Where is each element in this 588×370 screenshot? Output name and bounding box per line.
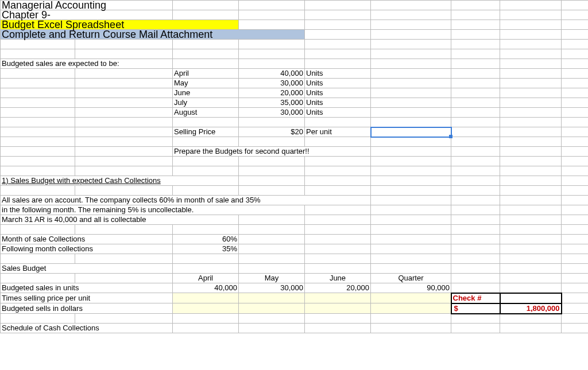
following-month-label: Following month collections [1,244,173,254]
check-currency: $ [451,303,500,314]
august-value: 30,000 [239,108,305,118]
spreadsheet-grid[interactable]: Managerial Accounting Chapter 9- Budget … [0,0,588,333]
section1-heading: 1) Sales Budget with expected Cash Colle… [1,176,239,186]
col-quarter: Quarter [371,274,451,283]
times-may-input[interactable] [239,293,305,303]
month-july: July [173,98,239,108]
july-value: 35,000 [239,98,305,108]
may-unit: Units [305,79,371,88]
dollars-may-input[interactable] [239,303,305,314]
selling-price-label: Selling Price [173,127,239,137]
june-value: 20,000 [239,88,305,98]
dollars-june-input[interactable] [305,303,371,314]
dollars-quarter-input[interactable] [371,303,451,314]
times-april-input[interactable] [173,293,239,303]
row-times-label: Times selling price per unit [1,293,173,303]
sales-budget-heading: Sales Budget [1,264,173,274]
sales-expected-label: Budgeted sales are expected to be: [1,59,173,69]
col-april: April [173,274,239,283]
units-quarter: 90,000 [371,283,451,293]
check-value: 1,800,000 [500,303,562,314]
june-unit: Units [305,88,371,98]
section1-note2: in the following month. The remaining 5%… [1,205,305,215]
month-august: August [173,108,239,118]
april-unit: Units [305,69,371,79]
chapter-label: Chapter 9- [1,10,173,20]
col-may: May [239,274,305,283]
section1-note1: All sales are on account. The company co… [1,196,371,205]
selling-price-value: $20 [239,127,305,137]
may-value: 30,000 [239,79,305,88]
check-label: Check # [451,293,500,303]
times-quarter-input[interactable] [371,293,451,303]
month-of-sale-label: Month of sale Collections [1,235,173,244]
units-june: 20,000 [305,283,371,293]
month-may: May [173,79,239,88]
page-title: Managerial Accounting [1,1,173,10]
following-month-pct: 35% [173,244,239,254]
units-may: 30,000 [239,283,305,293]
row-dollars-label: Budgeted sells in dollars [1,303,173,314]
selected-cell[interactable] [371,127,451,137]
subtitle: Budget Excel Spreadsheet [1,20,239,30]
month-june: June [173,88,239,98]
april-value: 40,000 [239,69,305,79]
units-april: 40,000 [173,283,239,293]
month-of-sale-pct: 60% [173,235,239,244]
col-june: June [305,274,371,283]
times-june-input[interactable] [305,293,371,303]
prepare-label: Prepare the Budgets for second quarter!! [173,147,371,157]
selling-price-unit: Per unit [305,127,371,137]
dollars-april-input[interactable] [173,303,239,314]
august-unit: Units [305,108,371,118]
month-april: April [173,69,239,79]
section1-note3: March 31 AR is 40,000 and all is collect… [1,215,239,225]
instruction: Complete and Return Course Mail Attachme… [1,30,305,40]
july-unit: Units [305,98,371,108]
schedule-label: Schedule of Cash Collections [1,324,173,333]
row-units-label: Budgeted sales in units [1,283,173,293]
